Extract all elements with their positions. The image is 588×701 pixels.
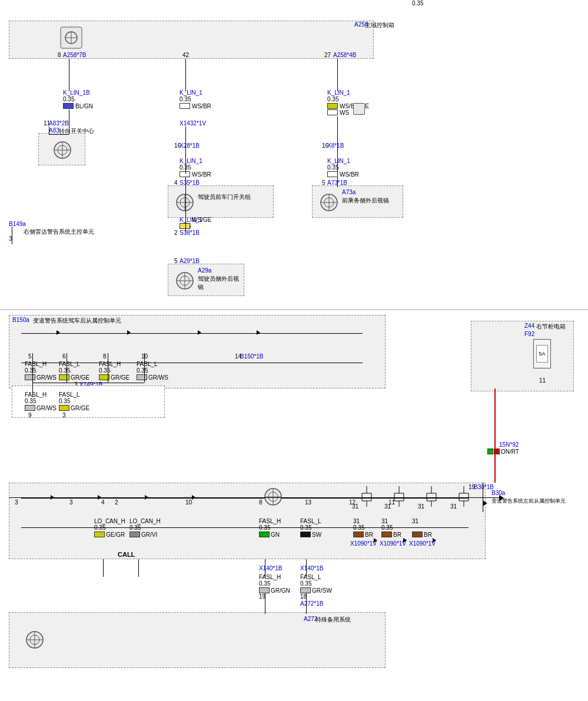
S38-1B-link[interactable]: S38*1B (180, 230, 200, 236)
FASL-L-10-wire: 0.35 (137, 367, 148, 374)
arrow-4 (257, 330, 260, 335)
bot-component-symbol (263, 486, 284, 507)
X1090-1V-link2[interactable]: X1090*1V (380, 540, 406, 547)
F92-link[interactable]: F92 (524, 331, 534, 337)
section-separator (0, 309, 588, 310)
FASL-L-10-color (137, 374, 147, 380)
wire-color-ge (327, 103, 338, 109)
A83-2B-link[interactable]: A83*2B (49, 120, 69, 127)
FASL-L-bot-wire: 0.35 (300, 524, 311, 531)
wire-v-LO2 (138, 559, 139, 577)
KLIN1-right2-link[interactable]: K_LIN_1 (327, 158, 350, 164)
B150a-link[interactable]: B150a (12, 317, 29, 323)
wire-v-pin42 (185, 59, 186, 91)
wire-color-ge-mid3 (180, 223, 190, 229)
wire-A83-v (69, 109, 69, 134)
B150a-desc-label: 变道警告系统驾车后从属控制单元 (33, 317, 121, 325)
gnd-2-colorlabel: BR (393, 531, 401, 538)
relay-3 (424, 486, 439, 507)
A272-symbol (24, 629, 45, 650)
Z44-pin11: 11 (539, 377, 546, 384)
15N-92-link[interactable]: 15N*92 (499, 441, 519, 448)
bot-pin8-label: 8 (259, 499, 263, 506)
A73a-symbol (318, 192, 340, 213)
A258-7B-link[interactable]: A258*7B (63, 52, 86, 58)
X1090-arrow-3 (433, 538, 436, 543)
FASL-L-bot-color (300, 531, 311, 537)
gnd-1-color (353, 531, 364, 537)
pin5-b150-label: 5 (28, 353, 32, 360)
KLIN1B-color: BL/GN (75, 103, 93, 109)
A73a-link[interactable]: A73a (342, 189, 356, 195)
pin8-label: 8 (58, 52, 61, 58)
A83-symbol (52, 139, 73, 161)
wire-h-b150-top (32, 383, 144, 383)
X1432-1V-link[interactable]: X1432*1V (180, 120, 206, 127)
A73a-desc-label: 前乘务侧外后视镜 (342, 197, 389, 205)
LO-CAN-H-2-color (129, 531, 140, 537)
Z44-link[interactable]: Z44 (524, 323, 534, 329)
FASL-H-5-wire: 0.35 (25, 367, 36, 374)
Z44-box: Z44 右节柜电箱 F92 5A 11 (471, 321, 574, 391)
LO-CAN-H-1-name: LO_CAN_H (94, 518, 125, 524)
bot-pin31d-label: 31 (450, 503, 457, 510)
F92-value: 5A (539, 351, 545, 357)
LO-CAN-H-1-wire: 0.35 (94, 524, 105, 531)
bot-pin2-label: 2 (115, 499, 118, 506)
FASL-L-6-name: FASL_L (59, 361, 80, 367)
gnd-2-color (381, 531, 392, 537)
X1090-1V-link1[interactable]: X1090*1V (350, 540, 377, 547)
FASL-H-9-color (25, 405, 35, 411)
relay-1 (360, 486, 374, 507)
arrow-2 (127, 330, 131, 335)
KLIN1B-wire: 0.35 (63, 96, 74, 102)
KLIN1-right-wire: 0.35 (327, 96, 338, 102)
S35-desc-label: 驾驶员前车门开关组 (198, 193, 251, 201)
pin27-label: 27 (324, 52, 331, 58)
KLIN1-mid2-link[interactable]: K_LIN_1 (180, 158, 202, 164)
A29a-link[interactable]: A29a (198, 267, 211, 274)
B150-1B-link[interactable]: B150*1B (240, 353, 263, 360)
FASL-L-bot-colorlabel: SW (312, 531, 321, 538)
gnd-3-name: 31 (412, 518, 418, 524)
FASL-H-5-colorlabel: GR/WS (36, 374, 57, 381)
FASL-L-3-wire: 0.35 (59, 398, 70, 404)
F92-fuse: 5A (533, 339, 551, 368)
wire-color-ws-mid (180, 103, 190, 109)
A272-1B-link[interactable]: A272*1B (300, 600, 323, 607)
KLIN1-mid-link[interactable]: K_LIN_1 (180, 89, 202, 96)
X28-1B-link[interactable]: X28*1B (180, 142, 200, 149)
wire-v-5-b150 (32, 353, 33, 397)
wire-v-pin27 (337, 59, 338, 91)
KLIN1-mid2-color: WS/BR (192, 171, 211, 178)
KLIN1-mid-wire: 0.35 (180, 96, 191, 102)
X140-1B-link2[interactable]: X140*1B (300, 565, 323, 572)
A258-4B-link[interactable]: A258*4B (333, 52, 356, 58)
KLIN1-right-link[interactable]: K_LIN_1 (327, 89, 350, 96)
FASL-L-bot-name: FASL_L (300, 518, 321, 524)
wire-to-A73 (337, 177, 338, 187)
FASL-H-8-colorlabel: GR/GE (111, 374, 129, 381)
pin42-label: 42 (182, 52, 189, 58)
X1090-arrow-1 (374, 538, 377, 543)
wire-right-v1 (337, 117, 338, 175)
wire-A83-v2 (49, 127, 49, 135)
X1090-1V-link3[interactable]: X1090*1V (409, 540, 436, 547)
gnd-3-wire: 0.35 (412, 0, 423, 6)
wire-v-8-b150 (108, 353, 108, 383)
wire-v-pin8 (69, 59, 69, 91)
FASL-H-bot-name: FASL_H (259, 518, 281, 524)
KLIN1B-link[interactable]: K_LIN_1B (63, 89, 90, 96)
FASL-H-5-name: FASL_H (25, 361, 46, 367)
X140-1B-link1[interactable]: X140*1B (259, 565, 282, 572)
LO-CAN-H-2-colorlabel: GR/VI (141, 531, 157, 538)
bot-pin10-label: 10 (185, 499, 192, 506)
call-label: CALL (118, 551, 135, 558)
FASL-L-3-name: FASL_L (59, 391, 80, 398)
bot-pin3b-label: 3 (69, 499, 73, 506)
bot-wire-bot (21, 527, 469, 528)
X8-1B-link[interactable]: X8*1B (327, 142, 344, 149)
pin3-inner-label: 3 (62, 412, 66, 418)
FASL-H-GN-wire: 0.35 (259, 580, 270, 587)
pin6-b150-label: 6 (62, 353, 66, 360)
